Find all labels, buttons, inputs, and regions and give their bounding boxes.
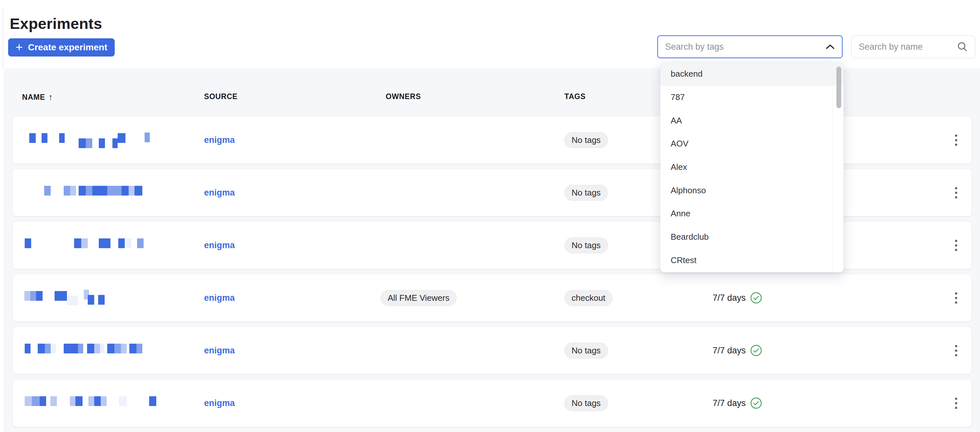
tag-option-aov[interactable]: AOV xyxy=(660,132,843,156)
experiment-row[interactable]: enigmaNo tags7/7 days xyxy=(13,327,972,374)
create-experiment-button[interactable]: + Create experiment xyxy=(8,38,115,57)
redaction-block xyxy=(72,344,78,353)
row-menu-button[interactable] xyxy=(952,131,961,149)
chevron-up-icon[interactable] xyxy=(825,43,835,50)
redaction-block xyxy=(129,344,137,353)
redaction-block xyxy=(60,291,67,301)
check-circle-icon xyxy=(750,292,762,304)
redaction-block xyxy=(70,186,76,195)
tag-chip: checkout xyxy=(565,290,612,306)
redaction-block xyxy=(79,138,86,148)
tags-cell: No tags xyxy=(565,327,608,374)
row-menu-button[interactable] xyxy=(952,342,961,360)
redaction-block xyxy=(73,295,78,305)
redaction-block xyxy=(36,291,43,301)
redaction-block xyxy=(59,133,65,143)
source-link[interactable]: enigma xyxy=(204,346,235,356)
tags-cell: No tags xyxy=(565,222,608,269)
search-by-name-box[interactable] xyxy=(851,35,975,58)
page-title: Experiments xyxy=(10,14,102,32)
redaction-block xyxy=(70,396,76,406)
no-tags-chip: No tags xyxy=(565,237,608,253)
experiment-name-redacted xyxy=(13,274,195,322)
no-tags-chip: No tags xyxy=(565,395,608,411)
redaction-block xyxy=(86,138,92,148)
redaction-block xyxy=(78,344,83,353)
redaction-block xyxy=(100,344,105,353)
tag-option-alex[interactable]: Alex xyxy=(660,156,843,179)
redaction-block xyxy=(32,396,40,406)
experiment-name-redacted xyxy=(13,327,195,374)
redaction-block xyxy=(107,186,114,195)
redaction-block xyxy=(74,238,81,248)
check-circle-icon xyxy=(750,397,762,409)
tag-dropdown-panel: backend787AAAOVAlexAlphonsoAnneBeardclub… xyxy=(660,62,843,272)
tags-cell: checkout xyxy=(565,274,612,322)
redaction-block xyxy=(54,291,60,301)
redaction-block xyxy=(64,344,72,353)
name-search-input[interactable] xyxy=(852,42,957,52)
redaction-block xyxy=(67,295,73,305)
redaction-block xyxy=(86,186,92,195)
tag-option-beardclub[interactable]: Beardclub xyxy=(660,226,843,249)
redaction-block xyxy=(41,133,48,143)
redaction-block xyxy=(87,344,94,353)
redaction-block xyxy=(79,186,86,195)
redaction-block xyxy=(137,344,142,353)
source-link[interactable]: enigma xyxy=(204,188,235,198)
source-link[interactable]: enigma xyxy=(204,398,235,408)
dropdown-scroll-divider xyxy=(832,62,832,272)
redaction-block xyxy=(94,344,100,353)
redaction-block xyxy=(92,186,100,195)
redaction-block xyxy=(114,186,121,195)
tag-option-anne[interactable]: Anne xyxy=(660,202,843,226)
row-menu-button[interactable] xyxy=(952,237,961,254)
tag-option-787[interactable]: 787 xyxy=(660,86,843,109)
redaction-block xyxy=(119,396,127,406)
source-link[interactable]: enigma xyxy=(204,240,235,251)
tag-option-aa[interactable]: AA xyxy=(660,109,843,132)
experiment-row[interactable]: enigmaAll FME Viewerscheckout7/7 days xyxy=(13,274,972,322)
tag-option-backend[interactable]: backend xyxy=(660,62,843,86)
row-menu-button[interactable] xyxy=(952,184,961,202)
redaction-block xyxy=(88,295,94,305)
experiment-name-redacted xyxy=(13,380,195,427)
duration-text: 7/7 days xyxy=(713,346,746,356)
source-link[interactable]: enigma xyxy=(204,293,235,303)
tag-search-input[interactable] xyxy=(658,42,825,52)
redaction-block xyxy=(44,186,51,195)
tag-option-alphonso[interactable]: Alphonso xyxy=(660,179,843,202)
experiment-name-redacted xyxy=(13,169,195,216)
column-header-name-label: NAME xyxy=(22,93,45,102)
owner-chip: All FME Viewers xyxy=(380,290,457,306)
redaction-block xyxy=(115,344,121,353)
search-by-tags-combobox[interactable] xyxy=(657,35,843,58)
duration-cell: 7/7 days xyxy=(663,380,762,427)
sidebar-edge-divider xyxy=(3,8,3,68)
source-link[interactable]: enigma xyxy=(204,135,235,145)
experiment-name-redacted xyxy=(13,222,195,269)
duration-cell: 7/7 days xyxy=(663,327,762,374)
sort-ascending-icon: ↑ xyxy=(48,92,53,102)
redaction-block xyxy=(118,133,126,143)
redaction-block xyxy=(107,344,115,353)
redaction-block xyxy=(113,138,118,148)
no-tags-chip: No tags xyxy=(565,185,608,201)
row-menu-button[interactable] xyxy=(952,289,961,307)
redaction-block xyxy=(135,186,142,195)
search-icon xyxy=(957,41,968,52)
experiments-page: Experiments + Create experiment NAME ↑ S… xyxy=(0,0,980,432)
tags-cell: No tags xyxy=(565,116,608,164)
tag-option-crtest[interactable]: CRtest xyxy=(660,249,843,272)
redaction-block xyxy=(121,344,127,353)
dropdown-scrollbar-thumb[interactable] xyxy=(836,67,841,108)
column-header-name[interactable]: NAME ↑ xyxy=(22,92,53,102)
redaction-block xyxy=(75,396,83,406)
redaction-block xyxy=(98,295,105,305)
redaction-block xyxy=(100,186,107,195)
redaction-block xyxy=(64,186,70,195)
row-menu-button[interactable] xyxy=(952,394,961,412)
experiment-row[interactable]: enigmaNo tags7/7 days xyxy=(13,380,972,427)
tags-cell: No tags xyxy=(565,380,608,427)
redaction-block xyxy=(99,138,105,148)
